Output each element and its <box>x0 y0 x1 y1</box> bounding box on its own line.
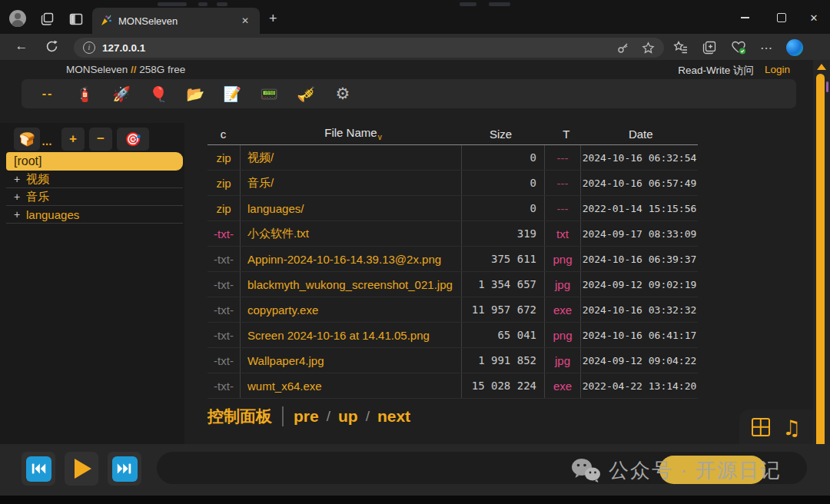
cell-filename[interactable]: Wallpaper4.jpg <box>240 348 461 373</box>
c-link[interactable]: -txt- <box>214 278 234 291</box>
previous-track-button[interactable] <box>22 452 55 486</box>
profile-avatar[interactable] <box>9 10 26 27</box>
music-note-icon[interactable]: ♫ <box>782 416 801 439</box>
cell-type[interactable]: --- <box>544 145 580 170</box>
breadcrumb-site[interactable]: MONSeleven <box>66 64 128 75</box>
file-link[interactable]: 小众软件.txt <box>247 227 309 241</box>
tree-item-音乐[interactable]: +音乐 <box>6 188 183 206</box>
cell-c[interactable]: -txt- <box>208 348 240 373</box>
file-link[interactable]: languages/ <box>247 202 304 215</box>
new-tab-button[interactable]: + <box>269 11 277 27</box>
scrollbar-up-arrow[interactable] <box>817 64 826 70</box>
cell-filename[interactable]: blackmyth_wukong_screenshot_021.jpg <box>240 272 461 297</box>
collapse-dashes-button[interactable]: -- <box>29 79 66 108</box>
type-link[interactable]: txt <box>556 227 569 240</box>
cell-filename[interactable]: 小众软件.txt <box>240 221 461 246</box>
type-link[interactable]: --- <box>557 151 569 164</box>
type-link[interactable]: exe <box>553 303 572 317</box>
tree-item-languages[interactable]: +languages <box>6 206 183 224</box>
cell-c[interactable]: zip <box>208 196 240 220</box>
cell-c[interactable]: -txt- <box>208 272 240 297</box>
c-link[interactable]: zip <box>216 151 231 164</box>
c-link[interactable]: -txt- <box>214 380 234 393</box>
fire-extinguisher-icon[interactable]: 🧯 <box>66 79 103 108</box>
tree-toggle-icon[interactable]: + <box>14 208 26 220</box>
cell-type[interactable]: txt <box>544 221 580 246</box>
browser-essentials-icon[interactable] <box>730 40 747 55</box>
minimize-button[interactable] <box>732 9 758 26</box>
cell-type[interactable]: exe <box>544 373 580 398</box>
more-menu-icon[interactable]: ⋯ <box>760 41 773 55</box>
column-header-type[interactable]: T <box>549 128 584 141</box>
favorites-list-icon[interactable] <box>673 40 689 55</box>
c-link[interactable]: -txt- <box>214 354 234 367</box>
c-link[interactable]: zip <box>216 177 231 190</box>
refresh-icon[interactable] <box>45 39 59 57</box>
cell-c[interactable]: -txt- <box>208 297 240 322</box>
column-header-date[interactable]: Date <box>584 128 698 141</box>
footer-link-pre[interactable]: pre <box>294 407 319 426</box>
balloon-icon[interactable]: 🎈 <box>140 79 177 108</box>
password-key-icon[interactable] <box>616 41 629 55</box>
browser-tab[interactable]: MONSeleven ✕ <box>92 8 260 34</box>
cell-c[interactable]: zip <box>208 171 240 195</box>
tab-actions-icon[interactable] <box>68 12 84 30</box>
type-link[interactable]: jpg <box>555 354 570 367</box>
type-link[interactable]: --- <box>557 202 569 215</box>
cell-type[interactable]: png <box>544 247 580 271</box>
play-button[interactable] <box>65 452 98 486</box>
file-link[interactable]: copyparty.exe <box>247 303 318 317</box>
workspaces-icon[interactable] <box>40 12 55 30</box>
footer-link-next[interactable]: next <box>377 407 410 426</box>
tree-toggle-icon[interactable]: + <box>14 173 26 185</box>
tree-dots-label[interactable]: … <box>42 135 53 148</box>
c-link[interactable]: zip <box>216 202 231 215</box>
cell-c[interactable]: -txt- <box>208 221 240 246</box>
copilot-icon[interactable] <box>786 39 803 56</box>
column-header-c[interactable]: c <box>208 128 239 141</box>
maximize-button[interactable] <box>769 9 795 26</box>
memo-icon[interactable]: 📝 <box>214 79 251 108</box>
cell-type[interactable]: jpg <box>544 272 580 297</box>
tree-collapse-button[interactable]: − <box>89 128 112 151</box>
cell-c[interactable]: -txt- <box>208 323 240 347</box>
cell-type[interactable]: png <box>544 323 580 347</box>
file-link[interactable]: Screen 2024-10-16 at 14.41.05.png <box>247 329 430 342</box>
cell-c[interactable]: -txt- <box>208 247 240 271</box>
cell-type[interactable]: exe <box>544 297 580 322</box>
type-link[interactable]: --- <box>557 177 569 190</box>
login-link[interactable]: Login <box>765 64 790 78</box>
tab-close-icon[interactable]: ✕ <box>238 14 252 28</box>
cell-c[interactable]: -txt- <box>208 373 240 398</box>
column-header-size[interactable]: Size <box>460 128 549 141</box>
type-link[interactable]: png <box>553 253 572 266</box>
address-bar[interactable]: i 127.0.0.1 <box>74 38 664 58</box>
type-link[interactable]: png <box>553 329 572 342</box>
favorite-star-icon[interactable] <box>642 41 655 55</box>
scrollbar-thumb[interactable] <box>816 74 825 449</box>
cell-filename[interactable]: 视频/ <box>240 145 461 170</box>
file-link[interactable]: blackmyth_wukong_screenshot_021.jpg <box>247 278 453 291</box>
cell-filename[interactable]: Screen 2024-10-16 at 14.41.05.png <box>240 323 461 347</box>
tree-item-root[interactable]: [root] <box>6 152 183 171</box>
back-icon[interactable]: ← <box>12 38 31 54</box>
trumpet-icon[interactable]: 🎺 <box>287 79 324 108</box>
cell-filename[interactable]: 音乐/ <box>240 171 461 195</box>
tree-toggle-icon[interactable]: + <box>14 191 26 203</box>
cell-type[interactable]: jpg <box>544 348 580 373</box>
column-header-filename[interactable]: File Namev <box>239 126 460 141</box>
cell-type[interactable]: --- <box>544 171 580 195</box>
rocket-icon[interactable]: 🚀 <box>103 79 140 108</box>
c-link[interactable]: -txt- <box>214 303 234 317</box>
url-text[interactable]: 127.0.0.1 <box>102 42 609 54</box>
folder-icon[interactable]: 📂 <box>177 79 214 108</box>
c-link[interactable]: -txt- <box>214 329 234 342</box>
tree-item-视频[interactable]: +视频 <box>6 171 183 188</box>
cell-filename[interactable]: copyparty.exe <box>240 297 461 322</box>
file-link[interactable]: 音乐/ <box>247 176 274 191</box>
c-link[interactable]: -txt- <box>214 253 234 266</box>
pager-icon[interactable]: 📟 <box>251 79 287 108</box>
dart-icon[interactable]: 🎯 <box>117 128 149 151</box>
collections-icon[interactable] <box>702 40 717 55</box>
site-info-icon[interactable]: i <box>83 41 95 54</box>
